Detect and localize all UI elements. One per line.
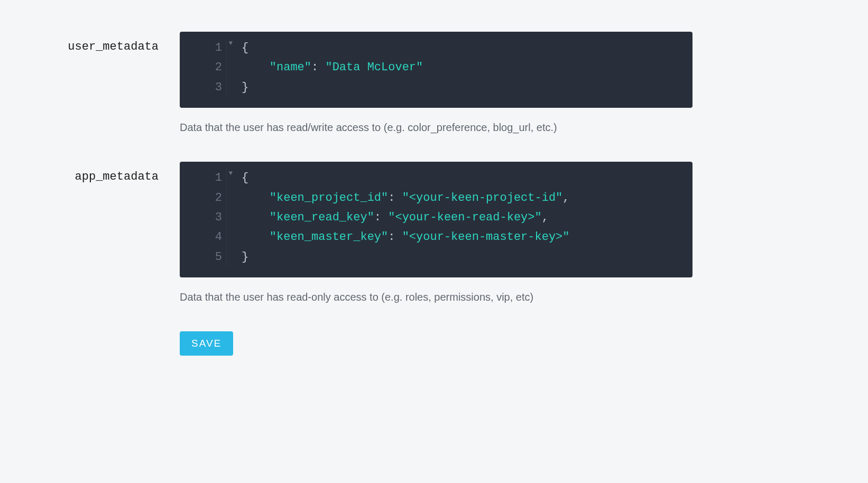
line-number: 1 ▼ <box>180 168 222 188</box>
app-metadata-gutter: 1 ▼ 2 3 4 5 <box>180 168 226 267</box>
code-line: "keen_master_key": "<your-keen-master-ke… <box>242 227 692 247</box>
user-metadata-gutter: 1 ▼ 2 3 <box>180 38 226 97</box>
app-metadata-row: app_metadata 1 ▼ 2 3 4 5 { "keen_project… <box>42 162 826 305</box>
user-metadata-code[interactable]: { "name": "Data McLover" } <box>226 38 692 97</box>
code-line: } <box>242 247 692 267</box>
user-metadata-helper: Data that the user has read/write access… <box>180 119 692 135</box>
code-line: { <box>242 168 692 188</box>
app-metadata-helper: Data that the user has read-only access … <box>180 289 692 305</box>
code-line: "keen_read_key": "<your-keen-read-key>", <box>242 208 692 227</box>
code-line: "name": "Data McLover" <box>242 58 692 77</box>
app-metadata-label: app_metadata <box>42 162 180 183</box>
app-metadata-code[interactable]: { "keen_project_id": "<your-keen-project… <box>226 168 692 267</box>
code-line: } <box>242 78 692 97</box>
line-number: 1 ▼ <box>180 38 222 58</box>
code-line: { <box>242 38 692 58</box>
line-number: 3 <box>180 208 222 227</box>
user-metadata-label: user_metadata <box>42 32 180 53</box>
app-metadata-editor[interactable]: 1 ▼ 2 3 4 5 { "keen_project_id": "<your-… <box>180 162 692 277</box>
fold-toggle-icon[interactable]: ▼ <box>229 38 233 49</box>
user-metadata-row: user_metadata 1 ▼ 2 3 { "name": "Data Mc… <box>42 32 826 135</box>
user-metadata-editor[interactable]: 1 ▼ 2 3 { "name": "Data McLover" } <box>180 32 692 108</box>
actions-content: SAVE <box>180 331 692 356</box>
fold-toggle-icon[interactable]: ▼ <box>229 168 233 179</box>
app-metadata-content: 1 ▼ 2 3 4 5 { "keen_project_id": "<your-… <box>180 162 692 305</box>
line-number: 5 <box>180 247 222 267</box>
line-number: 3 <box>180 78 222 97</box>
actions-label-spacer <box>42 331 180 340</box>
actions-row: SAVE <box>42 331 826 356</box>
user-metadata-content: 1 ▼ 2 3 { "name": "Data McLover" } Data … <box>180 32 692 135</box>
save-button[interactable]: SAVE <box>180 331 233 356</box>
line-number: 4 <box>180 227 222 247</box>
code-line: "keen_project_id": "<your-keen-project-i… <box>242 188 692 208</box>
line-number: 2 <box>180 58 222 77</box>
line-number: 2 <box>180 188 222 208</box>
